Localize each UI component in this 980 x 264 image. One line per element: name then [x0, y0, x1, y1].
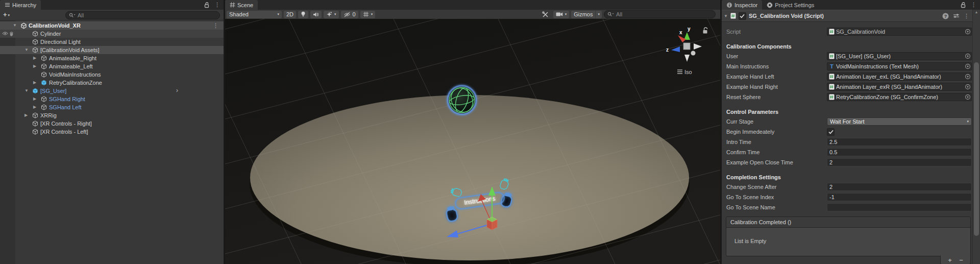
presets-icon[interactable] [953, 13, 960, 19]
shading-mode-dropdown[interactable]: Shaded ▾ [227, 11, 282, 18]
scene-viewport[interactable]: Instructions [225, 19, 720, 264]
field-label: Script [726, 27, 741, 37]
foldout-closed-icon[interactable]: ▶ [33, 103, 36, 111]
add-object-button[interactable]: +▾ [3, 11, 10, 18]
hierarchy-row[interactable]: ▶RetryCalibrationZone [0, 79, 224, 87]
object-picker-icon[interactable] [965, 53, 971, 59]
prefab-open-icon[interactable]: › [176, 87, 178, 94]
input-value: 2 [829, 159, 832, 165]
object-picker-icon[interactable] [965, 84, 971, 90]
tab-inspector[interactable]: Inspector [722, 0, 762, 10]
enum-dropdown[interactable]: Wait For Start ▾ [827, 117, 972, 126]
toggle-2d-label: 2D [286, 11, 293, 17]
object-picker-icon[interactable] [965, 74, 971, 80]
value-input[interactable] [827, 203, 972, 211]
hierarchy-row[interactable]: ▶Animateable_Left [0, 62, 224, 70]
hierarchy-panel: Hierarchy ⋮ +▾ All ▼CalibrationVoid_XR⋮C… [0, 0, 224, 264]
axis-cube[interactable] [683, 43, 690, 50]
object-picker-icon[interactable] [965, 63, 971, 69]
hierarchy-row[interactable]: Directional Light [0, 38, 224, 46]
value-input[interactable]: 0.5 [827, 148, 972, 156]
foldout-closed-icon[interactable]: ▶ [33, 54, 36, 62]
scene-tab-label: Scene [237, 2, 253, 8]
scene-audio-button[interactable] [310, 11, 322, 18]
visibility-toggle-icon[interactable] [2, 31, 8, 36]
scene-tab-icon [230, 2, 235, 8]
foldout-closed-icon[interactable]: ▶ [33, 79, 36, 87]
object-field[interactable]: [SG_User] (SG_User) [827, 52, 972, 60]
tab-hierarchy[interactable]: Hierarchy [0, 0, 41, 10]
hierarchy-item-label: Animateable_Right [49, 54, 96, 62]
component-foldout[interactable]: ▼ [724, 14, 728, 18]
unity-editor: Hierarchy ⋮ +▾ All ▼CalibrationVoid_XR⋮C… [0, 0, 980, 264]
hierarchy-item-label: [XR Controls - Right] [40, 119, 92, 128]
cube-icon [32, 47, 38, 53]
pickability-toggle-icon[interactable] [9, 31, 14, 37]
hierarchy-row[interactable]: ▶XRRig [0, 111, 224, 119]
grid-snap-button[interactable]: ▾ [360, 11, 376, 18]
hierarchy-row[interactable]: ▶SGHand Right [0, 95, 224, 103]
value-input[interactable]: 2 [827, 183, 972, 191]
hierarchy-row[interactable]: ▼CalibrationVoid_XR⋮ [0, 21, 224, 30]
object-field[interactable]: T VoidMainInstructions (Text Mesh) [827, 62, 972, 70]
event-add-button[interactable]: + [948, 257, 952, 263]
scene-search-input[interactable]: All [604, 10, 716, 18]
hierarchy-row[interactable]: ▶Animateable_Right [0, 54, 224, 62]
foldout-open-icon[interactable]: ▼ [24, 46, 29, 54]
gizmos-dropdown[interactable]: Gizmos [571, 11, 595, 18]
scrollbar-thumb[interactable] [974, 62, 979, 236]
tab-project-settings[interactable]: Project Settings [762, 0, 819, 10]
script-object-field[interactable]: SG_CalibrationVoid [827, 28, 972, 36]
hierarchy-lock-icon[interactable] [204, 2, 210, 8]
hierarchy-row[interactable]: ▼[CalibrationVoid Assets] [0, 46, 224, 54]
hierarchy-search-input[interactable]: All [65, 11, 220, 19]
gizmos-caret[interactable]: ▾ [595, 11, 602, 18]
scene-lighting-button[interactable] [298, 11, 308, 18]
value-input[interactable]: 2 [827, 158, 972, 166]
scene-effects-button[interactable]: ▾ [324, 11, 339, 18]
component-header[interactable]: ▼ SG_Calibration Void (Script) ? ⋮ [722, 10, 973, 22]
component-enabled-checkbox[interactable] [739, 12, 746, 20]
component-menu-icon[interactable]: ⋮ [964, 13, 969, 19]
hierarchy-row[interactable]: [XR Controls - Left] [0, 128, 224, 136]
object-picker-icon[interactable] [965, 94, 971, 100]
value-input[interactable]: -1 [827, 193, 972, 201]
bool-checkbox[interactable] [827, 128, 835, 136]
hierarchy-menu-icon[interactable]: ⋮ [214, 2, 220, 8]
inspector-row: Reset Sphere RetryCalibrationZone (SG_Co… [722, 92, 973, 102]
foldout-closed-icon[interactable]: ▶ [33, 95, 36, 103]
y-axis-label: y [688, 26, 691, 32]
foldout-closed-icon[interactable]: ▶ [33, 62, 36, 70]
hierarchy-row[interactable]: [XR Controls - Right] [0, 119, 224, 128]
event-empty-label: List is Empty [734, 238, 766, 244]
help-icon[interactable]: ? [942, 13, 949, 19]
object-field[interactable]: Animation Layer_exL (SG_HandAnimator) [827, 73, 972, 81]
object-picker-icon[interactable] [965, 29, 971, 35]
scene-menu-icon[interactable]: ⋮ [213, 21, 218, 30]
check-icon [740, 14, 745, 18]
foldout-open-icon[interactable]: ▼ [24, 87, 29, 95]
hierarchy-row[interactable]: VoidMainInstructions [0, 70, 224, 79]
tab-scene[interactable]: Scene [225, 0, 258, 10]
object-field[interactable]: RetryCalibrationZone (SG_ConfirmZone) [827, 93, 972, 101]
project-settings-tab-label: Project Settings [775, 2, 814, 8]
event-remove-button[interactable]: − [959, 257, 963, 263]
component-tools-button[interactable] [540, 11, 551, 18]
scroll-up-arrow[interactable]: ▲ [973, 10, 980, 14]
axis-cone-back[interactable] [691, 51, 696, 56]
scene-camera-button[interactable]: ▾ [553, 11, 570, 18]
foldout-closed-icon[interactable]: ▶ [24, 111, 28, 119]
field-label: Example Open Close Time [726, 157, 793, 167]
scene-visibility-button[interactable]: 0 [341, 11, 358, 18]
toggle-2d-button[interactable]: 2D [284, 11, 296, 18]
object-field[interactable]: Animation Layer_exR (SG_HandAnimator) [827, 83, 972, 91]
value-input[interactable]: 2.5 [827, 138, 972, 146]
inspector-menu-icon[interactable]: ⋮ [971, 2, 976, 8]
foldout-open-icon[interactable]: ▼ [13, 21, 17, 30]
field-label: Change Scene After [726, 182, 776, 192]
inspector-scrollbar[interactable]: ▲ [972, 10, 980, 264]
inspector-lock-icon[interactable] [961, 2, 966, 8]
hierarchy-row[interactable]: ▼[SG_User]› [0, 87, 224, 95]
hierarchy-row[interactable]: Cylinder [0, 30, 224, 38]
hierarchy-row[interactable]: ▶SGHand Left [0, 103, 224, 111]
